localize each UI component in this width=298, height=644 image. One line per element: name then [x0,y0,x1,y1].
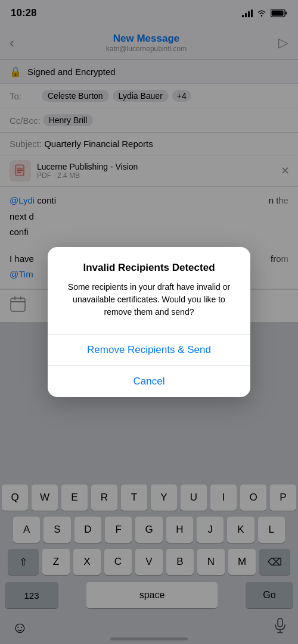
cancel-button[interactable]: Cancel [48,366,250,397]
modal-overlay: Invalid Recipients Detected Some recipie… [0,0,298,644]
remove-recipients-button[interactable]: Remove Recipients & Send [48,334,250,365]
modal-body: Some recipients in your draft have inval… [60,281,238,318]
modal-box: Invalid Recipients Detected Some recipie… [48,247,250,396]
modal-title: Invalid Recipients Detected [60,261,238,274]
modal-content: Invalid Recipients Detected Some recipie… [48,247,250,333]
